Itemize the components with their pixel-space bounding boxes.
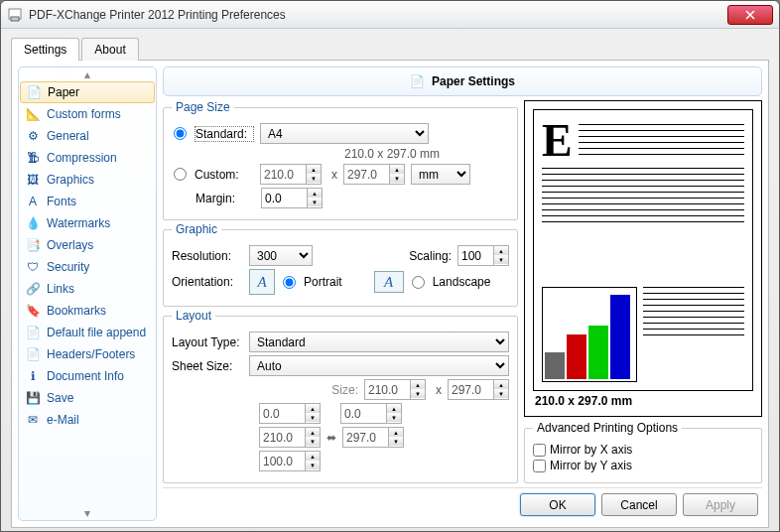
link-icon[interactable]: ⬌ — [326, 431, 336, 445]
page-size-legend: Page Size — [172, 100, 234, 114]
unit-select[interactable]: mm — [411, 164, 470, 185]
titlebar: PDF-XChange Printer 2012 Printing Prefer… — [1, 1, 779, 29]
mirror-x-option[interactable]: Mirror by X axis — [533, 443, 753, 457]
sidebar-icon: 💾 — [25, 390, 41, 406]
standard-select[interactable]: A4 — [260, 123, 429, 144]
window-title: PDF-XChange Printer 2012 Printing Prefer… — [29, 8, 727, 22]
sidebar: ▴ 📄Paper📐Custom forms⚙General🗜Compressio… — [18, 66, 157, 521]
sidebar-item-e-mail[interactable]: ✉e-Mail — [19, 409, 156, 431]
sidebar-item-save[interactable]: 💾Save — [19, 387, 156, 409]
custom-label: Custom: — [195, 168, 254, 182]
advanced-legend: Advanced Printing Options — [533, 421, 682, 435]
custom-radio[interactable] — [174, 168, 187, 181]
sidebar-item-label: Document Info — [47, 369, 124, 383]
sidebar-item-label: Links — [47, 282, 74, 296]
sidebar-item-graphics[interactable]: 🖼Graphics — [19, 169, 156, 191]
sidebar-item-label: Graphics — [47, 173, 94, 187]
sidebar-icon: 📐 — [25, 106, 41, 122]
portrait-label: Portrait — [304, 275, 342, 289]
sheet-size-select[interactable]: Auto — [249, 355, 509, 376]
grid-3-spin: ▲▼ — [259, 427, 321, 448]
resolution-label: Resolution: — [172, 249, 243, 263]
mirror-x-checkbox[interactable] — [533, 444, 546, 457]
landscape-radio[interactable] — [412, 276, 425, 289]
sidebar-item-label: Fonts — [47, 195, 76, 208]
size-label: Size: — [172, 383, 358, 397]
sidebar-icon: 📑 — [25, 237, 41, 253]
landscape-icon: A — [374, 271, 404, 293]
tab-about[interactable]: About — [81, 38, 138, 61]
portrait-icon: A — [249, 269, 275, 295]
standard-radio[interactable] — [174, 127, 187, 140]
sidebar-item-label: Security — [47, 260, 89, 274]
sidebar-item-label: Watermarks — [47, 216, 110, 230]
sidebar-item-label: General — [47, 129, 89, 143]
custom-height-spin[interactable]: ▲▼ — [343, 164, 405, 185]
sidebar-item-label: Save — [47, 391, 73, 405]
preview-letter-icon: E — [542, 118, 573, 164]
dialog-window: PDF-XChange Printer 2012 Printing Prefer… — [0, 0, 780, 532]
sidebar-item-headers-footers[interactable]: 📄Headers/Footers — [19, 343, 156, 365]
standard-dims: 210.0 x 297.0 mm — [340, 147, 440, 161]
sidebar-icon: 📄 — [26, 84, 42, 100]
sidebar-icon: A — [25, 194, 41, 209]
sidebar-item-compression[interactable]: 🗜Compression — [19, 147, 156, 169]
mirror-y-checkbox[interactable] — [533, 460, 546, 472]
sidebar-icon: 🔗 — [25, 281, 41, 297]
sidebar-icon: 🗜 — [25, 150, 41, 166]
sidebar-icon: 🛡 — [25, 259, 41, 275]
sidebar-item-overlays[interactable]: 📑Overlays — [19, 234, 156, 256]
sidebar-item-label: Headers/Footers — [47, 347, 135, 361]
mirror-y-option[interactable]: Mirror by Y axis — [533, 459, 753, 472]
sidebar-icon: 🖼 — [25, 172, 41, 188]
sidebar-icon: 📄 — [25, 325, 41, 340]
layout-type-select[interactable]: Standard — [249, 332, 509, 352]
section-title: Paper Settings — [432, 74, 515, 88]
sidebar-item-custom-forms[interactable]: 📐Custom forms — [19, 103, 156, 125]
cancel-button[interactable]: Cancel — [601, 493, 677, 516]
sidebar-scroll-down[interactable]: ▾ — [19, 506, 156, 520]
sheet-size-label: Sheet Size: — [172, 359, 243, 373]
sidebar-item-fonts[interactable]: AFonts — [19, 191, 156, 212]
preview-chart-icon — [542, 287, 637, 382]
sidebar-icon: ✉ — [25, 412, 41, 428]
apply-button[interactable]: Apply — [683, 493, 758, 516]
paper-icon: 📄 — [410, 73, 426, 89]
margin-spin[interactable]: ▲▼ — [261, 188, 323, 208]
sidebar-item-security[interactable]: 🛡Security — [19, 256, 156, 278]
size-w-spin: ▲▼ — [364, 379, 426, 400]
sidebar-item-label: e-Mail — [47, 413, 79, 427]
custom-width-spin[interactable]: ▲▼ — [260, 164, 322, 185]
close-button[interactable] — [727, 5, 773, 25]
layout-group: Layout Layout Type: Standard Sheet Size:… — [163, 309, 518, 483]
sidebar-icon: ⚙ — [25, 128, 41, 144]
resolution-select[interactable]: 300 — [249, 245, 313, 266]
portrait-radio[interactable] — [283, 276, 296, 289]
sidebar-item-default-file-append[interactable]: 📄Default file append — [19, 322, 156, 343]
size-h-spin: ▲▼ — [448, 379, 509, 400]
sidebar-item-links[interactable]: 🔗Links — [19, 278, 156, 300]
graphic-group: Graphic Resolution: 300 Scaling: ▲▼ Orie… — [163, 222, 518, 307]
grid-2-spin: ▲▼ — [340, 403, 402, 424]
tab-settings[interactable]: Settings — [11, 38, 79, 61]
sidebar-item-label: Bookmarks — [47, 304, 106, 318]
sidebar-item-label: Custom forms — [47, 107, 121, 121]
svg-rect-1 — [11, 17, 19, 21]
sidebar-scroll-up[interactable]: ▴ — [19, 67, 156, 81]
sidebar-item-general[interactable]: ⚙General — [19, 125, 156, 147]
sidebar-item-document-info[interactable]: ℹDocument Info — [19, 365, 156, 387]
scaling-label: Scaling: — [409, 249, 452, 263]
layout-legend: Layout — [172, 309, 215, 323]
grid-1-spin: ▲▼ — [259, 403, 321, 424]
sidebar-item-paper[interactable]: 📄Paper — [20, 81, 155, 103]
advanced-options-group: Advanced Printing Options Mirror by X ax… — [524, 421, 762, 483]
page-preview: E — [524, 100, 762, 417]
sidebar-icon: 💧 — [25, 215, 41, 231]
app-icon — [7, 7, 23, 23]
sidebar-item-watermarks[interactable]: 💧Watermarks — [19, 212, 156, 234]
grid-5-spin: ▲▼ — [259, 451, 321, 471]
sidebar-item-bookmarks[interactable]: 🔖Bookmarks — [19, 300, 156, 322]
layout-type-label: Layout Type: — [172, 335, 243, 349]
scaling-spin[interactable]: ▲▼ — [457, 245, 509, 266]
ok-button[interactable]: OK — [520, 493, 595, 516]
